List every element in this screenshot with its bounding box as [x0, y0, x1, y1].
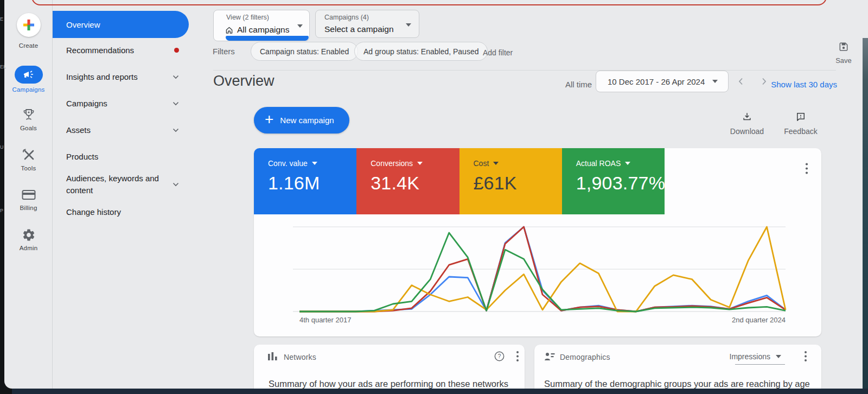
view-selector-underline — [226, 36, 309, 41]
networks-summary: Summary of how your ads are performing o… — [269, 379, 508, 389]
chevron-down-icon — [173, 75, 179, 79]
date-range-selector[interactable]: 10 Dec 2017 - 26 Apr 2024 — [596, 71, 729, 92]
nav-item-insights-and-reports[interactable]: Insights and reports — [53, 63, 189, 90]
page-title: Overview — [213, 73, 275, 90]
dropdown-arrow-icon — [297, 24, 303, 28]
billing-card-icon — [22, 189, 36, 200]
google-ads-window: CreateCampaignsGoalsToolsBillingAdmin Ov… — [4, 0, 868, 389]
sidebar-item-goals[interactable]: Goals — [4, 108, 53, 131]
view-selector-value: All campaigns — [237, 25, 290, 35]
sidebar-item-label: Goals — [4, 125, 53, 131]
trophy-icon — [22, 108, 35, 122]
feedback-icon — [795, 111, 806, 122]
sidebar-item-billing[interactable]: Billing — [4, 188, 53, 211]
nav-item-label: Campaigns — [66, 98, 173, 110]
tools-icon — [22, 148, 36, 162]
create-button[interactable] — [17, 13, 41, 37]
sidebar-item-label: Campaigns — [4, 86, 53, 93]
gear-icon — [22, 228, 36, 242]
bar-chart-icon — [267, 352, 278, 363]
sidebar-item-label: Tools — [4, 165, 53, 171]
nav-item-change-history[interactable]: Change history — [53, 199, 189, 225]
save-icon — [838, 41, 849, 52]
nav-item-label: Products — [66, 151, 179, 163]
add-filter-button[interactable]: Add filter — [483, 48, 513, 57]
nav-item-label: Assets — [66, 124, 173, 136]
campaigns-pill[interactable] — [15, 66, 43, 84]
download-button[interactable]: Download — [725, 111, 769, 136]
nav-item-campaigns[interactable]: Campaigns — [53, 90, 189, 117]
feedback-button[interactable]: Feedback — [779, 111, 822, 136]
header-divider — [213, 70, 836, 71]
sidebar-item-label: Admin — [4, 245, 53, 251]
sidebar-item-admin[interactable]: Admin — [4, 228, 53, 251]
home-icon — [225, 26, 234, 35]
nav-item-label: Audiences, keywords and content — [66, 173, 173, 196]
date-range-preset-label: All time — [565, 80, 592, 89]
demographics-summary: Summary of the demographic groups your a… — [544, 379, 810, 389]
view-selector-label: View (2 filters) — [226, 14, 269, 21]
sidebar-item-create[interactable]: Create — [4, 13, 53, 49]
sidebar-item-label: Billing — [4, 205, 53, 211]
previous-period-button[interactable] — [737, 77, 745, 86]
plus-icon: + — [265, 113, 273, 126]
desktop-edge-bottom — [12, 389, 868, 394]
filters-label: Filters — [213, 47, 235, 56]
date-range-value: 10 Dec 2017 - 26 Apr 2024 — [608, 77, 705, 86]
performance-summary-card: Conv. value1.16MConversions31.4KCost£61K… — [254, 148, 821, 336]
nav-item-label: Insights and reports — [66, 71, 173, 83]
nav-item-assets[interactable]: Assets — [53, 117, 189, 143]
view-selector[interactable]: View (2 filters) All campaigns — [213, 10, 310, 41]
dropdown-arrow-icon — [712, 80, 718, 83]
nav-item-label: Change history — [66, 206, 179, 218]
metric-selector-underline — [735, 364, 785, 365]
demographics-card: Demographics Impressions Summary of the … — [534, 345, 821, 389]
svg-text:?: ? — [498, 353, 501, 359]
metric-selector-value: Impressions — [730, 352, 770, 361]
filter-chip-campaign-status[interactable]: Campaign status: Enabled — [251, 42, 358, 61]
megaphone-icon — [23, 70, 35, 80]
nav-item-label: Recommendations — [66, 45, 174, 56]
alert-border — [31, 0, 827, 5]
plus-google-icon — [22, 18, 35, 31]
card-menu-button[interactable] — [516, 351, 519, 363]
nav-item-products[interactable]: Products — [53, 143, 189, 170]
filter-chip-ad-group-status[interactable]: Ad group status: Enabled, Paused — [354, 42, 488, 61]
campaign-selector-label: Campaigns (4) — [324, 14, 369, 21]
download-icon — [742, 111, 752, 122]
edge-text-fragment: P — [0, 208, 3, 213]
save-button[interactable]: Save — [826, 41, 861, 65]
metric-selector[interactable]: Impressions — [730, 352, 781, 361]
x-axis-label-end: 2nd quarter 2024 — [732, 316, 786, 324]
help-icon[interactable]: ? — [494, 351, 505, 361]
nav-item-recommendations[interactable]: Recommendations — [53, 37, 189, 63]
nav-item-overview[interactable]: Overview — [53, 11, 189, 38]
campaign-selector-value: Select a campaign — [324, 24, 394, 34]
sidebar-item-tools[interactable]: Tools — [4, 148, 53, 171]
card-menu-button[interactable] — [804, 351, 807, 363]
dropdown-arrow-icon — [776, 355, 781, 358]
sidebar: CreateCampaignsGoalsToolsBillingAdmin — [4, 0, 53, 389]
save-label: Save — [826, 56, 861, 65]
sidebar-item-label: Create — [4, 42, 53, 49]
new-campaign-button[interactable]: + New campaign — [254, 107, 349, 134]
edge-text-fragment: EL — [0, 64, 6, 69]
nav-item-audiences-keywords-and-content[interactable]: Audiences, keywords and content — [53, 170, 189, 199]
edge-text-fragment: U — [0, 144, 4, 150]
networks-card: Networks ? Summary of how your ads are p… — [254, 345, 525, 389]
desktop-edge-right — [863, 38, 868, 389]
feedback-label: Feedback — [779, 127, 822, 136]
performance-line-chart — [254, 148, 821, 336]
x-axis-label-start: 4th quarter 2017 — [299, 316, 351, 324]
edge-text-fragment: E — [0, 16, 3, 22]
networks-card-title: Networks — [284, 353, 316, 361]
sidebar-item-campaigns[interactable]: Campaigns — [4, 66, 53, 93]
chevron-down-icon — [173, 182, 179, 187]
demographics-card-title: Demographics — [560, 353, 610, 361]
chevron-down-icon — [173, 128, 179, 132]
notification-dot — [174, 48, 179, 53]
campaign-selector[interactable]: Campaigns (4) Select a campaign — [315, 10, 419, 38]
show-last-30-days-link[interactable]: Show last 30 days — [767, 80, 837, 89]
dropdown-arrow-icon — [406, 23, 411, 27]
download-label: Download — [725, 127, 769, 136]
